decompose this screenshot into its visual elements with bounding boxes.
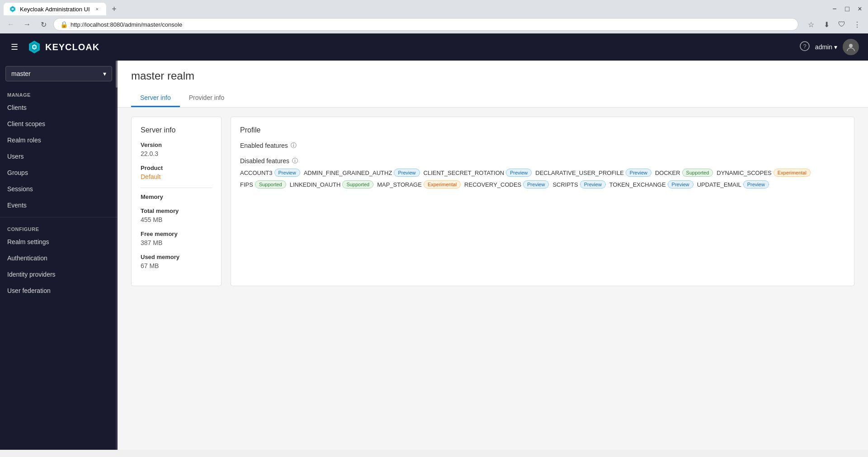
disabled-features-title: Disabled features ⓘ <box>240 157 845 165</box>
profile-panel: Profile Enabled features ⓘ Disabled feat… <box>231 117 854 286</box>
star-icon[interactable]: ☆ <box>805 18 817 31</box>
close-button[interactable]: × <box>855 5 864 14</box>
tab-provider-info-label: Provider info <box>189 94 225 101</box>
browser-tab-close[interactable]: × <box>94 5 101 13</box>
sidebar-divider <box>0 217 118 217</box>
disabled-features-section: Disabled features ⓘ ACCOUNT3PreviewADMIN… <box>240 157 845 188</box>
version-section: Version 22.0.3 <box>141 141 212 157</box>
back-button[interactable]: ← <box>5 18 17 31</box>
refresh-button[interactable]: ↻ <box>37 18 50 31</box>
admin-dropdown[interactable]: admin ▾ <box>815 43 837 51</box>
toolbar-right: ☆ ⬇ 🛡 ⋮ <box>805 18 863 31</box>
shield-icon[interactable]: 🛡 <box>835 18 848 31</box>
browser-chrome: Keycloak Administration UI × + − □ × ← →… <box>0 0 868 33</box>
realm-name: master <box>11 70 31 77</box>
total-memory-label: Total memory <box>141 207 212 214</box>
total-memory-value: 455 MB <box>141 216 212 223</box>
free-memory-label: Free memory <box>141 231 212 237</box>
feature-name: TOKEN_EXCHANGE <box>609 181 666 188</box>
download-icon[interactable]: ⬇ <box>820 18 833 31</box>
sidebar-item-users[interactable]: Users <box>0 148 118 165</box>
feature-name: MAP_STORAGE <box>377 181 422 188</box>
version-label: Version <box>141 141 212 148</box>
sidebar-scrollbar-thumb <box>116 61 118 88</box>
enabled-features-title: Enabled features ⓘ <box>240 141 845 150</box>
address-bar[interactable]: 🔒 http://localhost:8080/admin/master/con… <box>53 18 798 31</box>
sidebar-item-clients[interactable]: Clients <box>0 99 118 116</box>
section-divider <box>141 188 212 188</box>
sidebar-item-label: Users <box>7 153 24 160</box>
sidebar: master ▾ Manage Clients Client scopes Re… <box>0 61 118 450</box>
sidebar-item-label: Identity providers <box>7 271 56 278</box>
feature-badge: Preview <box>523 180 549 188</box>
memory-section: Memory <box>141 193 212 200</box>
feature-badge: Preview <box>274 169 300 177</box>
sidebar-item-realm-settings[interactable]: Realm settings <box>0 234 118 250</box>
header-right: ? admin ▾ <box>800 39 859 55</box>
realm-selector[interactable]: master ▾ <box>5 66 112 81</box>
sidebar-item-events[interactable]: Events <box>0 197 118 213</box>
sidebar-item-client-scopes[interactable]: Client scopes <box>0 116 118 132</box>
product-value: Default <box>141 173 212 180</box>
feature-item: MAP_STORAGEExperimental <box>377 180 461 188</box>
sidebar-item-user-federation[interactable]: User federation <box>0 283 118 299</box>
sidebar-scrollbar[interactable] <box>116 61 118 450</box>
enabled-features-info-icon[interactable]: ⓘ <box>291 141 297 150</box>
browser-tab-title: Keycloak Administration UI <box>20 6 90 13</box>
sidebar-item-label: Groups <box>7 169 28 176</box>
used-memory-label: Used memory <box>141 254 212 260</box>
browser-toolbar: ← → ↻ 🔒 http://localhost:8080/admin/mast… <box>0 15 868 33</box>
help-button[interactable]: ? <box>800 41 810 53</box>
feature-name: DYNAMIC_SCOPES <box>717 170 771 176</box>
used-memory-value: 67 MB <box>141 262 212 269</box>
disabled-features-info-icon[interactable]: ⓘ <box>292 157 298 165</box>
browser-tab[interactable]: Keycloak Administration UI × <box>4 3 106 15</box>
disabled-features-grid: ACCOUNT3PreviewADMIN_FINE_GRAINED_AUTHZP… <box>240 169 845 188</box>
svg-text:?: ? <box>803 43 806 50</box>
keycloak-logo-icon <box>27 40 42 54</box>
feature-item: RECOVERY_CODESPreview <box>464 180 549 188</box>
feature-badge: Preview <box>506 169 532 177</box>
hamburger-button[interactable]: ☰ <box>9 40 20 54</box>
tab-provider-info[interactable]: Provider info <box>180 90 234 107</box>
sidebar-item-sessions[interactable]: Sessions <box>0 181 118 197</box>
feature-badge: Preview <box>394 169 420 177</box>
browser-window-controls: − □ × <box>830 5 864 14</box>
page-title: master realm <box>131 70 854 82</box>
feature-item: DYNAMIC_SCOPESExperimental <box>717 169 811 177</box>
feature-badge: Preview <box>743 180 769 188</box>
feature-badge: Supported <box>255 180 286 188</box>
feature-badge: Preview <box>580 180 606 188</box>
feature-name: SCRIPTS <box>552 181 578 188</box>
feature-item: DOCKERSupported <box>655 169 713 177</box>
feature-name: RECOVERY_CODES <box>464 181 521 188</box>
user-avatar[interactable] <box>843 39 859 55</box>
svg-point-9 <box>849 44 853 47</box>
configure-section-label: Configure <box>0 221 118 234</box>
feature-name: FIPS <box>240 181 253 188</box>
sidebar-item-identity-providers[interactable]: Identity providers <box>0 266 118 283</box>
sidebar-item-label: Authentication <box>7 254 47 262</box>
maximize-button[interactable]: □ <box>843 5 852 14</box>
minimize-button[interactable]: − <box>830 5 839 14</box>
feature-item: TOKEN_EXCHANGEPreview <box>609 180 693 188</box>
sidebar-item-realm-roles[interactable]: Realm roles <box>0 132 118 148</box>
tab-server-info[interactable]: Server info <box>131 90 180 107</box>
sidebar-item-label: Realm settings <box>7 238 49 245</box>
feature-item: FIPSSupported <box>240 180 286 188</box>
total-memory-section: Total memory 455 MB <box>141 207 212 223</box>
feature-name: CLIENT_SECRET_ROTATION <box>424 170 505 176</box>
sidebar-item-groups[interactable]: Groups <box>0 165 118 181</box>
forward-button[interactable]: → <box>21 18 33 31</box>
browser-menu-icon[interactable]: ⋮ <box>851 18 863 31</box>
feature-badge: Experimental <box>774 169 811 177</box>
browser-new-tab[interactable]: + <box>108 3 121 15</box>
admin-label: admin <box>815 43 832 51</box>
feature-item: SCRIPTSPreview <box>552 180 605 188</box>
server-content: Server info Version 22.0.3 Product Defau… <box>118 108 868 295</box>
app-header: ☰ KEYCLOAK ? admin ▾ <box>0 33 868 61</box>
feature-item: LINKEDIN_OAUTHSupported <box>290 180 373 188</box>
sidebar-item-authentication[interactable]: Authentication <box>0 250 118 266</box>
feature-badge: Supported <box>682 169 713 177</box>
feature-item: ACCOUNT3Preview <box>240 169 300 177</box>
